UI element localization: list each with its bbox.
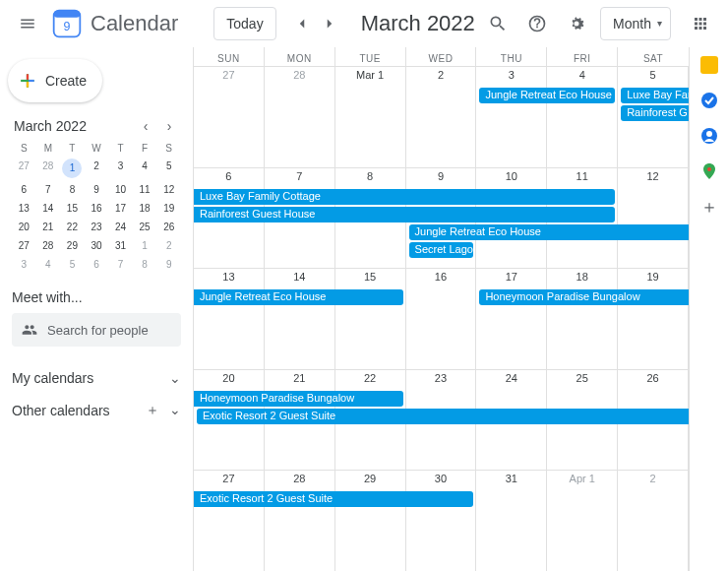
contacts-icon[interactable] xyxy=(699,126,719,146)
calendar-event[interactable]: Luxe Bay Far xyxy=(621,88,689,103)
mini-day-cell[interactable]: 2 xyxy=(85,157,109,180)
mini-day-cell[interactable]: 26 xyxy=(156,218,181,236)
calendar-event[interactable]: Luxe Bay Family Cottage xyxy=(194,189,615,205)
add-addon-icon[interactable]: ＋ xyxy=(699,197,719,217)
day-number: 28 xyxy=(265,473,334,484)
calendar-event[interactable]: Honeymoon Paradise Bungalow xyxy=(194,391,403,407)
day-cell[interactable]: 28 xyxy=(265,470,335,571)
day-cell[interactable]: 2 xyxy=(618,470,689,571)
mini-day-cell[interactable]: 11 xyxy=(133,180,157,199)
day-cell[interactable]: 12 xyxy=(618,167,689,269)
mini-day-cell[interactable]: 9 xyxy=(85,180,109,199)
mini-day-cell[interactable]: 28 xyxy=(36,157,61,180)
day-cell[interactable]: 17 xyxy=(476,268,547,369)
mini-day-cell[interactable]: 21 xyxy=(36,218,61,236)
day-cell[interactable]: 16 xyxy=(406,268,477,369)
mini-day-cell[interactable]: 6 xyxy=(12,180,36,199)
day-cell[interactable]: 29 xyxy=(335,470,406,571)
mini-day-cell[interactable]: 31 xyxy=(108,236,133,255)
day-cell[interactable]: 30 xyxy=(406,470,477,571)
apps-icon[interactable] xyxy=(681,4,720,43)
day-cell[interactable]: 27 xyxy=(194,470,265,571)
mini-day-cell[interactable]: 20 xyxy=(12,218,36,236)
day-cell[interactable]: Apr 1 xyxy=(547,470,618,571)
day-cell[interactable]: 14 xyxy=(265,268,335,369)
view-select[interactable]: Month▾ xyxy=(600,7,671,40)
calendar-event[interactable]: Jungle Retreat Eco House xyxy=(409,224,689,240)
day-cell[interactable]: 18 xyxy=(547,268,618,369)
calendar-event[interactable]: Rainforest G xyxy=(621,105,689,121)
settings-icon[interactable] xyxy=(557,4,596,43)
next-month-button[interactable] xyxy=(316,10,343,37)
mini-day-cell[interactable]: 3 xyxy=(108,157,133,180)
mini-day-cell[interactable]: 30 xyxy=(85,236,109,255)
mini-day-cell[interactable]: 8 xyxy=(60,180,85,199)
mini-day-cell[interactable]: 5 xyxy=(156,157,181,180)
day-number: 24 xyxy=(476,372,546,384)
calendar-event[interactable]: Exotic Resort 2 Guest Suite xyxy=(197,409,689,424)
mini-prev-button[interactable]: ‹ xyxy=(136,118,155,134)
day-cell[interactable]: 2 xyxy=(406,66,477,167)
create-button[interactable]: Create xyxy=(8,59,102,102)
add-calendar-icon[interactable]: ＋ xyxy=(146,402,159,419)
today-button[interactable]: Today xyxy=(213,7,275,40)
calendar-event[interactable]: Jungle Retreat Eco House xyxy=(194,289,403,305)
mini-day-cell[interactable]: 1 xyxy=(62,159,82,178)
mini-day-cell[interactable]: 15 xyxy=(60,199,85,218)
maps-icon[interactable] xyxy=(699,161,719,181)
mini-day-cell[interactable]: 14 xyxy=(36,199,61,218)
mini-day-cell[interactable]: 7 xyxy=(108,255,133,274)
weekday-head: SUN xyxy=(194,47,265,66)
day-cell[interactable]: 28 xyxy=(265,66,335,167)
mini-day-cell[interactable]: 10 xyxy=(108,180,133,199)
day-cell[interactable]: 19 xyxy=(618,268,689,369)
mini-day-cell[interactable]: 17 xyxy=(108,199,133,218)
mini-day-cell[interactable]: 25 xyxy=(133,218,157,236)
other-calendars-toggle[interactable]: Other calendars ＋⌄ xyxy=(12,394,181,427)
mini-day-cell[interactable]: 23 xyxy=(85,218,109,236)
mini-day-cell[interactable]: 9 xyxy=(156,255,181,274)
mini-day-cell[interactable]: 4 xyxy=(133,157,157,180)
mini-day-cell[interactable]: 27 xyxy=(12,236,36,255)
mini-day-cell[interactable]: 22 xyxy=(60,218,85,236)
help-icon[interactable] xyxy=(517,4,557,43)
mini-day-cell[interactable]: 4 xyxy=(36,255,61,274)
day-cell[interactable]: 4 xyxy=(547,66,618,167)
main-menu-icon[interactable] xyxy=(8,4,47,43)
mini-day-cell[interactable]: 1 xyxy=(133,236,157,255)
day-cell[interactable]: 27 xyxy=(194,66,265,167)
my-calendars-toggle[interactable]: My calendars ⌄ xyxy=(12,362,181,394)
calendar-event[interactable]: Secret Lagoo xyxy=(409,242,474,258)
day-cell[interactable]: 13 xyxy=(194,268,265,369)
prev-month-button[interactable] xyxy=(288,10,316,37)
keep-icon[interactable] xyxy=(699,55,719,75)
calendar-event[interactable]: Exotic Resort 2 Guest Suite xyxy=(194,491,473,507)
mini-day-cell[interactable]: 13 xyxy=(12,199,36,218)
mini-day-cell[interactable]: 24 xyxy=(108,218,133,236)
calendar-event[interactable]: Jungle Retreat Eco House xyxy=(479,88,615,103)
mini-day-cell[interactable]: 18 xyxy=(133,199,157,218)
day-cell[interactable]: Mar 1 xyxy=(335,66,406,167)
mini-day-cell[interactable]: 29 xyxy=(60,236,85,255)
mini-day-cell[interactable]: 16 xyxy=(85,199,109,218)
search-people-input[interactable]: Search for people xyxy=(12,313,181,347)
tasks-icon[interactable] xyxy=(699,91,719,110)
mini-day-cell[interactable]: 19 xyxy=(156,199,181,218)
mini-day-cell[interactable]: 12 xyxy=(156,180,181,199)
mini-day-cell[interactable]: 8 xyxy=(133,255,157,274)
mini-day-cell[interactable]: 5 xyxy=(60,255,85,274)
day-cell[interactable]: 15 xyxy=(335,268,406,369)
mini-day-cell[interactable]: 27 xyxy=(12,157,36,180)
mini-day-cell[interactable]: 28 xyxy=(36,236,61,255)
calendar-event[interactable]: Rainforest Guest House xyxy=(194,207,615,222)
mini-day-head: W xyxy=(85,140,109,157)
mini-day-cell[interactable]: 3 xyxy=(12,255,36,274)
mini-next-button[interactable]: › xyxy=(159,118,179,134)
mini-day-cell[interactable]: 6 xyxy=(85,255,109,274)
day-cell[interactable]: 3 xyxy=(476,66,547,167)
calendar-event[interactable]: Honeymoon Paradise Bungalow xyxy=(479,289,689,305)
search-icon[interactable] xyxy=(478,4,517,43)
mini-day-cell[interactable]: 2 xyxy=(156,236,181,255)
day-cell[interactable]: 31 xyxy=(476,470,547,571)
mini-day-cell[interactable]: 7 xyxy=(36,180,61,199)
